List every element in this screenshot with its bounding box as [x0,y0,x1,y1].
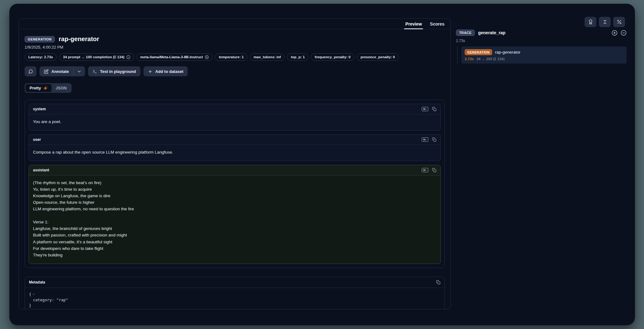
page-title: rap-generator [59,36,99,43]
collapse-panel-button[interactable] [599,17,611,27]
comment-button[interactable] [25,66,36,76]
chevrons-collapse-icon [602,19,608,25]
award-icon [588,19,593,25]
percent-icon [617,19,622,25]
json-view-tab[interactable]: JSON [52,84,71,92]
generation-node-badge: GENERATION [465,49,492,55]
messages-container: system M↓ You are a poet. user [25,100,445,268]
annotate-split-button: Annotate [40,66,85,76]
chevron-down-icon [77,69,82,74]
system-message-panel: system M↓ You are a poet. [29,104,441,131]
observation-content: GENERATION rap-generator 1/9/2025, 4:00:… [19,29,450,309]
trace-header: TRACE generate_rap [456,30,627,36]
trace-name[interactable]: generate_rap [478,30,505,35]
pretty-view-tab[interactable]: Pretty [26,84,52,92]
markdown-icon[interactable]: M↓ [422,137,428,142]
json-view-label: JSON [56,86,67,90]
json-category-line: category: "rap" [29,297,440,303]
message-role: assistant [33,168,49,172]
assistant-message-panel: assistant M↓ (The rhythm is set, the bea… [29,165,441,264]
markdown-icon[interactable]: M↓ [422,168,428,172]
preview-tabbar: Preview Scores [19,19,450,29]
badge-top-p-label: top_p: 1 [291,55,305,59]
tab-preview-label: Preview [405,21,422,26]
node-latency: 2.73s [465,57,474,61]
trace-sidebar: TRACE generate_rap 2.73s GENERATION rap-… [456,30,627,64]
trace-tree-actions [612,30,627,36]
copy-icon[interactable] [432,137,436,142]
edit-icon [44,69,49,74]
trace-latency: 2.73s [456,39,627,43]
generation-node-card[interactable]: GENERATION rap-generator 2.73s 34 → 100 … [461,46,627,64]
badge-temperature: temperature: 1 [215,53,247,61]
badge-token-usage-label: 34 prompt → 100 completion (Σ 134) [63,55,124,59]
message-role: system [33,107,46,111]
plus-icon [148,69,153,74]
plus-circle-icon[interactable] [205,55,209,59]
badge-latency: Latency: 2.73s [25,53,57,61]
pretty-view-label: Pretty [30,86,41,90]
badge-frequency-penalty: frequency_penalty: 0 [311,53,354,61]
annotate-dropdown-button[interactable] [73,66,85,76]
annotation-queue-button[interactable] [585,17,596,27]
badge-latency-label: Latency: 2.73s [28,55,53,59]
assistant-message-content: (The rhythm is set, the beat's on fire) … [29,175,440,264]
copy-icon[interactable] [432,107,436,111]
message-actions: M↓ [422,168,436,172]
system-message-content: You are a poet. [29,114,440,130]
timestamp: 1/9/2025, 4:00:22 PM [25,45,445,50]
observation-panel: Preview Scores GENERATION rap-generator … [19,18,451,309]
chevron-down-icon[interactable] [32,293,35,296]
badge-model-label: meta-llama/Meta-Llama-3-8B-Instruct [140,55,203,59]
expand-all-icon[interactable] [612,30,618,36]
badge-presence-penalty-label: presence_penalty: 0 [360,55,395,59]
metadata-json: { category: "rap" } [25,288,444,309]
node-token-usage: 34 → 100 (Σ 134) [477,57,505,61]
sparkles-icon [43,86,48,90]
assistant-message-header: assistant M↓ [29,165,440,175]
json-open-brace: { [29,292,31,297]
badge-max-tokens: max_tokens: inf [250,53,285,61]
view-toggle: Pretty JSON [25,83,72,93]
copy-icon[interactable] [432,168,436,172]
badge-max-tokens-label: max_tokens: inf [254,55,281,59]
terminal-icon [92,69,97,74]
system-message-header: system M↓ [29,104,440,114]
parameter-badges: Latency: 2.73s 34 prompt → 100 completio… [25,53,445,61]
comment-icon [28,69,33,74]
annotate-button[interactable]: Annotate [40,66,73,76]
tab-scores-label: Scores [430,21,444,26]
user-message-panel: user M↓ Compose a rap about the open sou… [29,134,441,161]
node-title-row: GENERATION rap-generator [465,49,623,55]
token-percent-button[interactable] [613,17,625,27]
badge-top-p: top_p: 1 [287,53,308,61]
action-toolbar: Annotate Test in playground [25,66,445,76]
node-stats-row: 2.73s 34 → 100 (Σ 134) [465,57,623,61]
trace-type-badge: TRACE [456,30,475,36]
badge-frequency-penalty-label: frequency_penalty: 0 [315,55,350,59]
add-to-dataset-button[interactable]: Add to dataset [143,66,188,76]
playground-button[interactable]: Test in playground [88,66,140,76]
metadata-title: Metadata [29,280,45,284]
markdown-icon[interactable]: M↓ [422,107,428,111]
badge-temperature-label: temperature: 1 [219,55,244,59]
copy-icon[interactable] [436,280,440,284]
collapse-all-icon[interactable] [621,30,627,36]
badge-model: meta-llama/Meta-Llama-3-8B-Instruct [137,53,213,61]
message-actions: M↓ [422,107,436,111]
title-row: GENERATION rap-generator [25,36,445,43]
badge-token-usage: 34 prompt → 100 completion (Σ 134) [59,53,134,61]
active-tab-underline [404,28,423,29]
badge-presence-penalty: presence_penalty: 0 [357,53,399,61]
tab-preview[interactable]: Preview [401,19,426,29]
info-icon[interactable] [126,55,130,59]
message-role: user [33,137,41,142]
metadata-header: Metadata [25,277,444,288]
trace-tree: GENERATION rap-generator 2.73s 34 → 100 … [457,46,627,64]
annotate-label: Annotate [51,69,69,74]
user-message-header: user M↓ [29,135,440,145]
message-actions: M↓ [422,137,436,142]
tab-scores[interactable]: Scores [426,19,449,29]
json-open-line: { [29,292,440,297]
generation-node-name: rap-generator [495,50,520,55]
